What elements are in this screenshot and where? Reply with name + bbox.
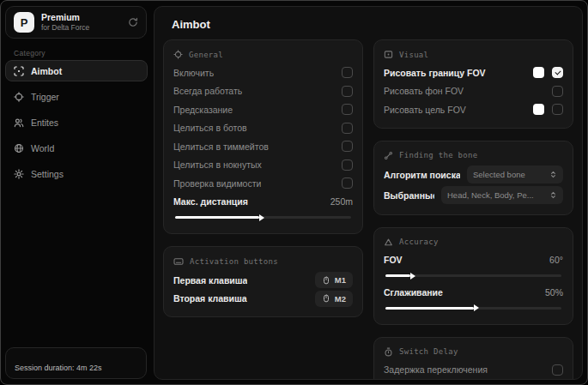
sidebar-item-label: Entites — [31, 117, 58, 128]
smoothing-slider-row: Сглаживание 50% — [384, 283, 563, 302]
keyboard-icon — [173, 256, 184, 267]
checkbox[interactable] — [342, 141, 353, 152]
sidebar-item-label: Settings — [31, 169, 64, 179]
category-label: Category — [14, 49, 45, 57]
sidebar-item-label: Trigger — [31, 92, 59, 102]
trigger-crosshair-icon — [14, 92, 24, 102]
checkbox[interactable] — [342, 104, 353, 115]
world-globe-icon — [14, 143, 24, 153]
keybind-row-secondary: Вторая клавиша M2 — [173, 290, 353, 309]
session-duration-text: Session duration: 4m 22s — [15, 364, 102, 372]
brand-card: P Premium for Delta Force — [5, 6, 147, 39]
checkbox[interactable] — [342, 86, 353, 97]
sidebar-nav: Aimbot Trigger Entites — [5, 60, 148, 184]
mouse-icon — [322, 276, 330, 285]
brand-logo: P — [14, 12, 34, 33]
keybind-row-primary: Первая клавиша M1 — [173, 271, 353, 290]
timer-icon — [384, 347, 393, 357]
slider-row-max-distance: Макс. дистанция 250m — [173, 193, 353, 212]
panel-general-header: General — [173, 50, 353, 59]
mouse-icon — [322, 294, 330, 303]
panel-accuracy-header: Accuracy — [384, 238, 563, 247]
sidebar-item-entites[interactable]: Entites — [5, 111, 148, 133]
selected-bones-select[interactable]: Head, Neck, Body, Pe... — [441, 186, 563, 204]
setting-row: Целиться в ботов — [173, 119, 353, 138]
app-window: P Premium for Delta Force Category — [0, 0, 588, 385]
setting-row: Предсказание — [173, 100, 353, 119]
settings-gear-icon — [14, 169, 24, 179]
setting-row: Включить — [173, 63, 353, 82]
triangle-icon — [384, 238, 393, 247]
panel-visual-header: Visual — [384, 50, 563, 59]
setting-row: Проверка видимости — [173, 174, 353, 193]
panel-switch-delay-header: Switch Delay — [384, 347, 563, 357]
brand-text: Premium for Delta Force — [41, 12, 89, 33]
checkbox[interactable] — [342, 67, 353, 78]
brand-title: Premium — [41, 12, 89, 23]
panel-accuracy: Accuracy FOV 60° Сглаживание 50% — [373, 227, 573, 325]
smoothing-value: 50% — [545, 287, 563, 298]
fov-slider-row: FOV 60° — [384, 251, 563, 270]
panel-general: General Включить Всегда работать Предска… — [163, 39, 363, 234]
aimbot-scan-icon — [14, 66, 24, 76]
checkbox[interactable] — [342, 123, 353, 134]
checkbox[interactable] — [342, 177, 353, 189]
sidebar-item-label: Aimbot — [31, 66, 62, 76]
checkbox[interactable] — [342, 159, 353, 171]
keybind-button-m1[interactable]: M1 — [315, 272, 353, 288]
panel-activation-header: Activation buttons — [173, 256, 353, 267]
max-distance-slider[interactable] — [175, 216, 351, 219]
panel-visual: Visual Рисовать границу FOV Рисовать фон… — [373, 39, 573, 129]
sidebar-item-trigger[interactable]: Trigger — [5, 86, 148, 107]
checkbox[interactable] — [552, 67, 563, 78]
keybind-button-m2[interactable]: M2 — [315, 291, 353, 307]
setting-row: Целиться в тиммейтов — [173, 137, 353, 156]
color-swatch[interactable] — [533, 67, 544, 78]
fov-slider[interactable] — [385, 274, 561, 277]
selected-bones-row: Выбранные кос Head, Neck, Body, Pe... — [384, 185, 563, 206]
setting-row: Целиться в нокнутых — [173, 156, 353, 175]
refresh-icon[interactable] — [128, 17, 138, 27]
visual-row-fov-target: Рисовать цель FOV — [384, 100, 563, 119]
setting-row: Всегда работать — [173, 82, 353, 101]
main-content: Aimbot General Включить — [154, 6, 583, 380]
checkbox[interactable] — [552, 104, 563, 115]
visual-row-fov-background: Рисовать фон FOV — [384, 82, 563, 101]
checkbox[interactable] — [552, 364, 563, 376]
chevrons-up-down-icon — [549, 191, 557, 199]
max-distance-value: 250m — [330, 196, 353, 207]
panel-activation-buttons: Activation buttons Первая клавиша M1 — [163, 246, 363, 317]
switch-delay-slider-row: Задержка переключения (мс) 1000 ms — [384, 379, 563, 380]
chevrons-up-down-icon — [549, 171, 557, 178]
page-title: Aimbot — [172, 18, 573, 31]
checkbox[interactable] — [552, 86, 563, 97]
color-swatch[interactable] — [533, 104, 544, 115]
crosshair-icon — [173, 50, 183, 59]
entities-users-icon — [14, 117, 24, 128]
panel-finding-bone: Finding the bone Алгоритм поиска кост Se… — [373, 141, 573, 215]
bone-algorithm-row: Алгоритм поиска кост Selected bone — [384, 165, 563, 185]
bone-icon — [384, 151, 393, 160]
switch-delay-toggle-row: Задержка переключения — [384, 361, 563, 380]
sidebar-item-settings[interactable]: Settings — [5, 163, 148, 184]
visual-row-fov-border: Рисовать границу FOV — [384, 63, 563, 82]
fov-value: 60° — [549, 255, 563, 265]
sidebar-item-label: World — [31, 143, 54, 153]
panel-bone-header: Finding the bone — [384, 151, 563, 160]
session-duration: Session duration: 4m 22s — [5, 347, 147, 379]
smoothing-slider[interactable] — [385, 307, 561, 310]
frame-icon — [384, 50, 393, 59]
bone-algorithm-select[interactable]: Selected bone — [467, 165, 563, 183]
sidebar-item-aimbot[interactable]: Aimbot — [5, 60, 148, 81]
brand-subtitle: for Delta Force — [41, 23, 89, 33]
sidebar-item-world[interactable]: World — [5, 137, 148, 159]
panel-switch-delay: Switch Delay Задержка переключения Задер… — [373, 337, 573, 381]
sidebar: P Premium for Delta Force Category — [1, 1, 153, 384]
